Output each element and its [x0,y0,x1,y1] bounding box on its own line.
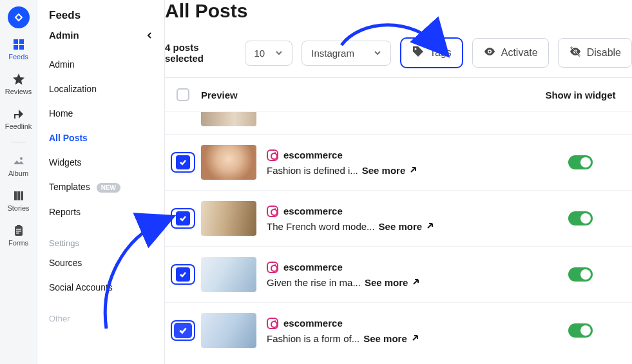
svg-rect-9 [17,225,21,227]
rail-item-album[interactable]: Album [0,151,37,180]
post-thumbnail[interactable] [201,313,256,348]
sidebar-link-sources[interactable]: Sources [49,251,153,275]
post-thumbnail[interactable] [201,112,256,126]
rail-item-feedlink[interactable]: Feedlink [0,104,37,133]
activate-button[interactable]: Activate [472,38,549,68]
external-link-icon[interactable] [411,334,419,342]
see-more-link[interactable]: See more [379,221,423,232]
source-filter-dropdown[interactable]: Instagram [302,41,391,66]
post-username[interactable]: escommerce [283,262,343,273]
see-more-link[interactable]: See more [362,165,406,176]
svg-rect-12 [16,233,19,234]
see-more-link[interactable]: See more [365,277,408,288]
svg-rect-7 [21,191,23,200]
sidebar-link-social-accounts[interactable]: Social Accounts [49,275,153,300]
nav-rail: Feeds Reviews Feedlink Album Stories For… [0,0,37,364]
eye-icon [483,45,496,61]
rail-label: Feeds [8,53,28,61]
select-all-checkbox[interactable] [177,88,189,101]
tag-icon [412,45,425,61]
row-checkbox[interactable] [171,264,195,285]
show-in-widget-toggle[interactable] [568,323,593,338]
rail-label: Stories [7,204,29,212]
post-thumbnail[interactable] [201,201,256,236]
main-content: All Posts 4 posts selected 10 Instagram … [165,0,632,364]
rail-item-forms[interactable]: Forms [0,221,37,249]
post-username[interactable]: escommerce [283,318,343,329]
post-caption: Fashion is defined i... [267,165,358,176]
col-show-in-widget: Show in widget [542,90,632,101]
svg-rect-0 [14,39,18,44]
row-checkbox[interactable] [171,152,195,173]
rail-item-feeds[interactable]: Feeds [0,35,37,63]
show-in-widget-toggle[interactable] [568,211,593,225]
sidebar-admin-toggle[interactable]: Admin [49,30,153,41]
external-link-icon[interactable] [426,222,434,230]
post-thumbnail[interactable] [201,257,256,292]
post-username[interactable]: escommerce [283,206,343,216]
page-title: All Posts [165,0,632,37]
post-username[interactable]: escommerce [283,149,343,160]
table-row: escommerce Given the rise in ma... See m… [165,247,632,303]
svg-rect-10 [16,229,21,230]
instagram-icon [267,318,278,329]
activate-label: Activate [501,47,538,59]
svg-rect-2 [14,45,18,50]
external-link-icon[interactable] [409,166,417,174]
col-preview: Preview [201,90,278,101]
image-icon [12,154,26,168]
show-in-widget-toggle[interactable] [568,267,593,282]
star-icon [12,72,26,86]
table-row: escommerce Fashion is a form of... See m… [165,303,632,358]
rail-label: Album [8,169,28,177]
svg-point-13 [414,48,416,50]
sidebar: Feeds Admin Admin Localization Home All … [37,0,165,364]
sidebar-settings-header: Settings [49,238,153,248]
svg-rect-11 [16,231,21,232]
sidebar-link-templates[interactable]: Templates NEW [49,175,153,200]
rail-label: Feedlink [5,122,32,130]
disable-label: Disable [587,47,621,59]
external-link-icon[interactable] [412,278,419,286]
sidebar-link-home[interactable]: Home [49,101,153,126]
instagram-icon [267,149,278,161]
rail-label: Reviews [5,88,32,95]
rail-divider [11,142,26,142]
sidebar-link-admin[interactable]: Admin [49,52,153,77]
sidebar-link-all-posts[interactable]: All Posts [49,126,153,150]
tags-label: Tags [430,47,452,59]
sidebar-link-widgets[interactable]: Widgets [49,150,153,175]
show-in-widget-toggle[interactable] [568,155,593,169]
grid-icon [12,37,26,52]
page-size-dropdown[interactable]: 10 [245,41,293,66]
post-caption: Given the rise in ma... [267,277,361,288]
share-icon [12,107,26,121]
posts-list: escommerce Fashion is defined i... See m… [165,112,632,358]
sidebar-link-reports[interactable]: Reports [49,200,153,224]
stories-icon [12,189,26,203]
table-row-partial [165,112,632,135]
row-checkbox[interactable] [171,320,195,341]
chevron-down-icon [374,48,381,59]
instagram-icon [267,262,278,273]
post-thumbnail[interactable] [201,145,256,180]
sidebar-title: Feeds [49,9,153,22]
disable-button[interactable]: Disable [558,38,632,68]
rail-item-stories[interactable]: Stories [0,186,37,215]
post-caption: Fashion is a form of... [267,333,359,344]
svg-rect-6 [17,191,20,200]
table-header: Preview Show in widget [165,77,632,112]
svg-rect-5 [14,191,17,200]
clipboard-icon [12,224,26,238]
sidebar-link-localization[interactable]: Localization [49,77,153,101]
tags-button[interactable]: Tags [400,37,463,68]
source-filter-value: Instagram [311,48,354,59]
post-caption: The French word mode... [267,221,375,232]
row-checkbox[interactable] [171,208,195,229]
svg-point-15 [488,51,490,53]
svg-rect-1 [19,39,24,44]
see-more-link[interactable]: See more [363,333,407,344]
app-logo[interactable] [8,6,30,28]
toolbar: 4 posts selected 10 Instagram Tags Activ… [165,37,632,77]
rail-item-reviews[interactable]: Reviews [0,70,37,98]
